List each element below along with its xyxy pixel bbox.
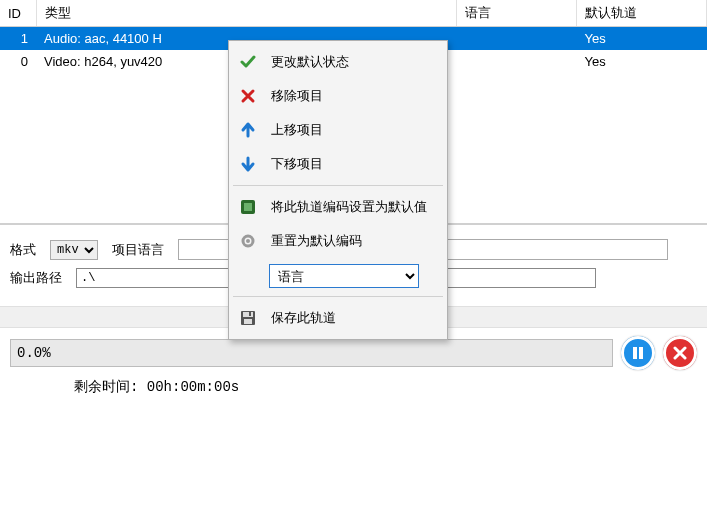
cell-default: Yes — [577, 50, 707, 73]
x-icon — [237, 85, 259, 107]
menu-language-combo[interactable]: 语言 — [269, 264, 419, 288]
menu-label: 移除项目 — [271, 87, 323, 105]
menu-save-track[interactable]: 保存此轨道 — [231, 301, 445, 335]
pause-button[interactable] — [621, 336, 655, 370]
menu-separator — [233, 185, 443, 186]
cancel-icon — [673, 346, 687, 360]
remaining-label: 剩余时间: — [74, 379, 147, 395]
svg-rect-3 — [244, 203, 252, 211]
menu-language-combo-wrap: 语言 — [269, 264, 437, 288]
gear-icon — [237, 230, 259, 252]
menu-reset-encoding[interactable]: 重置为默认编码 — [231, 224, 445, 258]
remaining-time: 剩余时间: 00h:00m:00s — [0, 374, 707, 406]
cell-default: Yes — [577, 27, 707, 51]
svg-rect-1 — [639, 347, 643, 359]
svg-rect-0 — [633, 347, 637, 359]
col-header-lang[interactable]: 语言 — [457, 0, 577, 27]
tracks-header-row: ID 类型 语言 默认轨道 — [0, 0, 707, 27]
menu-label: 保存此轨道 — [271, 309, 336, 327]
progress-text: 0.0% — [17, 345, 51, 361]
menu-label: 将此轨道编码设置为默认值 — [271, 198, 427, 216]
floppy-icon — [237, 307, 259, 329]
format-select[interactable]: mkv — [50, 240, 98, 260]
check-icon — [237, 51, 259, 73]
menu-change-default[interactable]: 更改默认状态 — [231, 45, 445, 79]
menu-move-down[interactable]: 下移项目 — [231, 147, 445, 181]
encoding-icon — [237, 196, 259, 218]
col-header-id[interactable]: ID — [0, 0, 36, 27]
svg-rect-9 — [249, 312, 251, 316]
menu-label: 重置为默认编码 — [271, 232, 362, 250]
progress-bar: 0.0% — [10, 339, 613, 367]
menu-set-encoding-default[interactable]: 将此轨道编码设置为默认值 — [231, 190, 445, 224]
menu-remove[interactable]: 移除项目 — [231, 79, 445, 113]
menu-label: 下移项目 — [271, 155, 323, 173]
arrow-down-icon — [237, 153, 259, 175]
col-header-default[interactable]: 默认轨道 — [577, 0, 707, 27]
svg-point-5 — [246, 239, 250, 243]
menu-label: 上移项目 — [271, 121, 323, 139]
output-path-label: 输出路径 — [10, 269, 62, 287]
cell-lang — [457, 27, 577, 51]
arrow-up-icon — [237, 119, 259, 141]
cell-lang — [457, 50, 577, 73]
col-header-type[interactable]: 类型 — [36, 0, 457, 27]
cell-id: 0 — [0, 50, 36, 73]
remaining-value: 00h:00m:00s — [147, 379, 239, 395]
svg-rect-8 — [244, 319, 252, 324]
pause-icon — [631, 346, 645, 360]
cancel-button[interactable] — [663, 336, 697, 370]
menu-label: 更改默认状态 — [271, 53, 349, 71]
context-menu: 更改默认状态 移除项目 上移项目 下移项目 将此轨道编码设置为默认值 重置为默认… — [228, 40, 448, 340]
menu-move-up[interactable]: 上移项目 — [231, 113, 445, 147]
svg-rect-7 — [243, 312, 253, 317]
item-lang-label: 项目语言 — [112, 241, 164, 259]
menu-separator — [233, 296, 443, 297]
format-label: 格式 — [10, 241, 36, 259]
cell-id: 1 — [0, 27, 36, 51]
